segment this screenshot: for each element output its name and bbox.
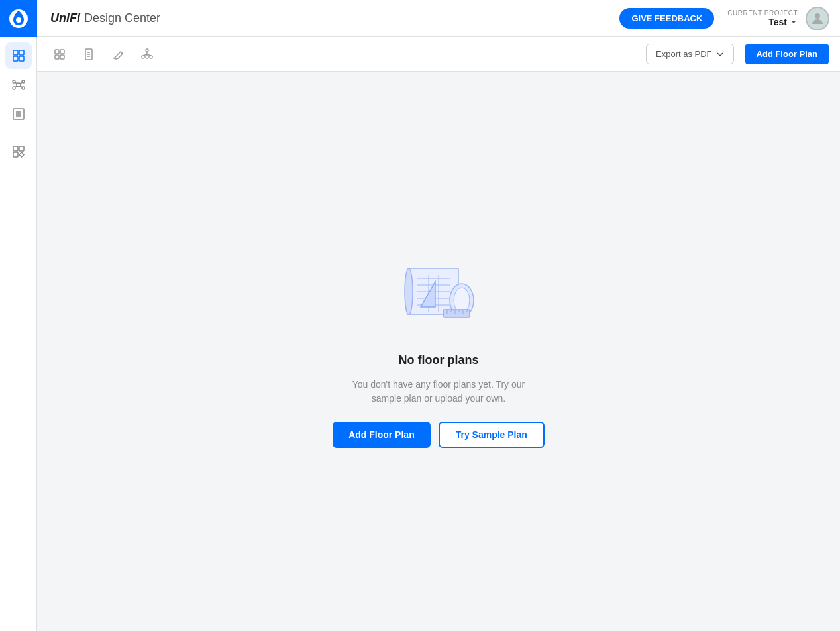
sidebar [0,37,37,631]
sidebar-item-network[interactable] [5,72,32,98]
svg-point-40 [405,268,413,315]
svg-rect-24 [60,50,64,54]
svg-rect-25 [55,55,59,59]
svg-rect-5 [13,56,18,61]
svg-point-33 [142,56,144,58]
svg-rect-21 [19,146,24,151]
empty-state-title: No floor plans [398,353,478,367]
pen-tool-button[interactable] [106,42,130,66]
export-pdf-button[interactable]: Export as PDF [646,44,734,64]
current-project: CURRENT PROJECT Test [727,9,798,27]
svg-line-15 [20,86,22,87]
try-sample-plan-button[interactable]: Try Sample Plan [439,422,545,448]
svg-point-10 [13,87,15,89]
svg-line-12 [15,83,17,84]
svg-rect-20 [13,146,18,151]
svg-point-9 [22,80,25,83]
floor-plan-illustration [395,255,482,337]
svg-rect-22 [13,152,18,157]
project-name[interactable]: Test [768,17,798,27]
sidebar-item-components[interactable] [5,139,32,165]
svg-point-11 [22,87,25,89]
user-avatar[interactable] [806,7,829,30]
sidebar-item-floor-plan[interactable] [5,42,32,69]
add-floor-plan-button[interactable]: Add Floor Plan [333,422,431,448]
hierarchy-tool-button[interactable] [135,42,159,66]
svg-point-1 [16,17,21,23]
sidebar-item-list[interactable] [5,101,32,127]
empty-state-description: You don't have any floor plans yet. Try … [339,378,538,406]
brand-unifi: UniFi [50,11,80,25]
app-logo [0,0,37,37]
svg-line-31 [121,52,123,54]
sidebar-divider [11,133,26,133]
main-content: No floor plans You don't have any floor … [37,72,840,631]
svg-point-2 [815,13,820,19]
give-feedback-button[interactable]: GIVE FEEDBACK [619,8,714,29]
svg-point-35 [150,56,152,58]
navbar: UniFi Design Center GIVE FEEDBACK CURREN… [0,0,840,37]
svg-rect-4 [19,50,24,55]
svg-point-34 [146,56,148,58]
empty-state: No floor plans You don't have any floor … [333,255,545,448]
svg-rect-23 [55,50,59,54]
project-label: CURRENT PROJECT [727,9,798,17]
svg-rect-6 [19,56,24,61]
svg-line-14 [15,86,17,87]
svg-line-13 [20,83,22,84]
brand-suffix: Design Center [84,11,160,25]
svg-point-8 [13,80,15,83]
app-brand: UniFi Design Center [37,11,174,25]
document-tool-button[interactable] [77,42,101,66]
toolbar: Export as PDF Add Floor Plan [37,37,840,72]
add-floor-plan-button-toolbar[interactable]: Add Floor Plan [745,44,829,64]
empty-state-actions: Add Floor Plan Try Sample Plan [333,422,545,448]
svg-rect-26 [60,55,64,59]
svg-rect-3 [13,50,18,55]
view-tool-button[interactable] [48,42,72,66]
svg-point-32 [146,49,148,52]
